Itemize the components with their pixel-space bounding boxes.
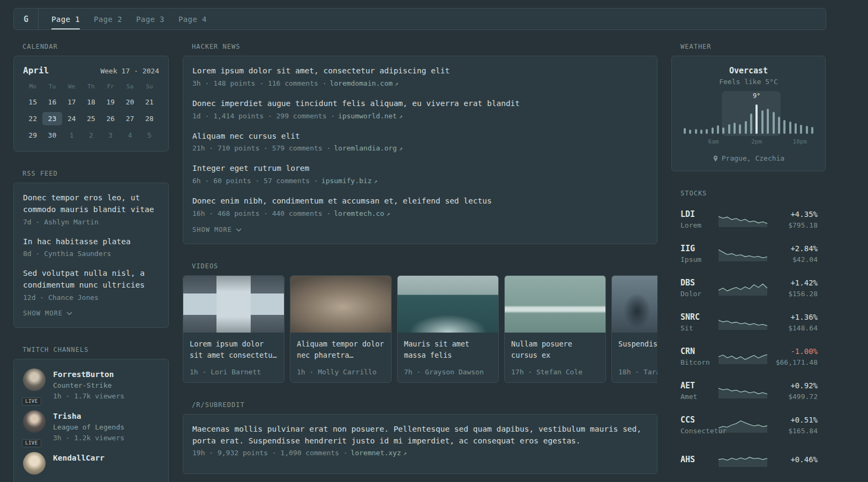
video-meta: 17h · Stefan Cole <box>511 368 599 376</box>
news-item-title[interactable]: Aliquam nec cursus elit <box>192 131 648 142</box>
rss-item[interactable]: In hac habitasse platea 8d · Cynthia Sau… <box>23 236 159 260</box>
calendar-day[interactable]: 24 <box>62 112 81 125</box>
news-item[interactable]: Donec imperdiet augue tincidunt felis al… <box>192 98 648 122</box>
right-column: WEATHER Overcast Feels like 5°C 9° 6am2p… <box>671 43 826 482</box>
video-thumbnail[interactable] <box>183 276 284 333</box>
calendar-grid: Mo Tu We Th Fr Sa Su 15 16 17 18 19 20 2… <box>23 80 159 142</box>
reddit-post-domain-link[interactable]: loremnet.xyz↗ <box>351 449 407 457</box>
stock-change: +0.92% <box>774 380 818 391</box>
news-item-title[interactable]: Lorem ipsum dolor sit amet, consectetur … <box>192 65 648 77</box>
calendar-day[interactable]: 2 <box>81 129 101 142</box>
weather-bar <box>712 127 714 134</box>
news-item[interactable]: Donec enim nibh, condimentum et accumsan… <box>192 195 648 220</box>
calendar-day[interactable]: 27 <box>120 112 139 125</box>
news-item-domain-link[interactable]: loremtech.co↗ <box>334 209 390 217</box>
calendar-day[interactable]: 30 <box>42 129 62 142</box>
stock-row[interactable]: LDILorem +4.35%$795.18 <box>680 202 818 237</box>
show-more-button[interactable]: SHOW MORE <box>192 225 242 235</box>
channel-name[interactable]: Trisha <box>53 410 124 422</box>
twitch-channel[interactable]: LIVE Trisha League of Legends 3h · 1.2k … <box>23 410 159 443</box>
stock-row[interactable]: SNRCSit +1.36%$148.64 <box>680 305 818 340</box>
video-title[interactable]: Mauris sit amet massa felis <box>404 338 492 361</box>
channel-name[interactable]: ForrestBurton <box>53 368 124 380</box>
stock-row[interactable]: CCSConsectetur +0.51%$165.84 <box>680 408 818 442</box>
news-item-title[interactable]: Integer eget rutrum lorem <box>192 163 648 175</box>
video-card[interactable]: Aliquam tempor dolor nec pharetra… 1h · … <box>290 275 392 383</box>
app-logo[interactable]: G <box>14 9 39 29</box>
calendar-day[interactable]: 21 <box>140 95 159 109</box>
video-title[interactable]: Lorem ipsum dolor sit amet consectetu… <box>190 338 278 361</box>
channel-game: League of Legends <box>53 422 124 433</box>
show-more-button[interactable]: SHOW MORE <box>23 308 72 318</box>
weather-bar <box>728 124 730 134</box>
video-thumbnail[interactable] <box>612 276 657 333</box>
calendar-day[interactable]: 19 <box>101 95 120 109</box>
calendar-day[interactable]: 29 <box>23 129 42 142</box>
calendar-day[interactable]: 26 <box>101 112 120 125</box>
calendar-day[interactable]: 20 <box>120 95 139 109</box>
rss-item-title[interactable]: Sed volutpat nulla nisl, a condimentum n… <box>23 268 159 291</box>
calendar-day[interactable]: 3 <box>101 129 120 142</box>
tab-page-4[interactable]: Page 4 <box>178 9 207 29</box>
news-item-domain-link[interactable]: loremdomain.com↗ <box>330 79 398 87</box>
reddit-post[interactable]: Maecenas mollis pulvinar erat non posuer… <box>192 424 648 460</box>
channel-name[interactable]: KendallCarr <box>53 452 104 464</box>
calendar-dow: Th <box>81 80 101 92</box>
tab-page-3[interactable]: Page 3 <box>136 9 164 29</box>
tab-page-1[interactable]: Page 1 <box>51 9 80 29</box>
calendar-day[interactable]: 18 <box>81 95 101 109</box>
rss-item-title[interactable]: In hac habitasse platea <box>23 236 159 248</box>
weather-time-label: 6am <box>708 138 719 145</box>
video-thumbnail[interactable] <box>398 276 498 333</box>
video-title[interactable]: Nullam posuere cursus ex <box>511 338 599 361</box>
news-item-domain-link[interactable]: loremlandia.org↗ <box>334 144 402 152</box>
video-thumbnail[interactable] <box>290 276 391 333</box>
video-card[interactable]: Mauris sit amet massa felis 7h · Grayson… <box>397 275 499 383</box>
news-item[interactable]: Integer eget rutrum lorem 6h · 60 points… <box>192 163 648 187</box>
video-title[interactable]: Suspendisse diam <box>618 338 657 350</box>
video-card[interactable]: Suspendisse diam 18h · Tara <box>611 275 657 383</box>
calendar-day[interactable]: 5 <box>140 129 159 142</box>
rss-item[interactable]: Sed volutpat nulla nisl, a condimentum n… <box>23 268 159 303</box>
weather-time-label: 2pm <box>751 138 762 145</box>
stock-row[interactable]: AHS +0.46% <box>680 442 818 477</box>
calendar-day[interactable]: 16 <box>42 95 62 109</box>
tab-page-2[interactable]: Page 2 <box>94 9 122 29</box>
weather-bar <box>811 127 813 134</box>
calendar-day-selected[interactable]: 23 <box>42 112 62 125</box>
reddit-post-stats: 19h · 9,932 points · 1,090 comments · <box>192 449 348 457</box>
video-thumbnail[interactable] <box>505 276 605 333</box>
stocks-widget-title: STOCKS <box>680 190 826 197</box>
news-item[interactable]: Aliquam nec cursus elit 21h · 710 points… <box>192 131 648 155</box>
video-title[interactable]: Aliquam tempor dolor nec pharetra… <box>297 338 385 361</box>
news-item-title[interactable]: Donec imperdiet augue tincidunt felis al… <box>192 98 648 110</box>
calendar-day[interactable]: 15 <box>23 95 42 109</box>
news-item-title[interactable]: Donec enim nibh, condimentum et accumsan… <box>192 195 648 207</box>
stock-row[interactable]: AETAmet +0.92%$499.72 <box>680 374 818 408</box>
news-item[interactable]: Lorem ipsum dolor sit amet, consectetur … <box>192 65 648 89</box>
video-card[interactable]: Lorem ipsum dolor sit amet consectetu… 1… <box>183 275 285 383</box>
stock-price: $42.04 <box>774 254 818 265</box>
stock-ticker: CCS <box>680 415 717 426</box>
calendar-day[interactable]: 17 <box>62 95 81 109</box>
calendar-widget: CALENDAR April Week 17 · 2024 Mo Tu We T… <box>13 43 169 152</box>
news-item-stats: 1d · 1,414 points · 299 comments · <box>192 112 335 120</box>
stock-row[interactable]: DBSDolor +1.42%$156.28 <box>680 271 818 305</box>
calendar-day[interactable]: 22 <box>23 112 42 125</box>
reddit-post-title[interactable]: Maecenas mollis pulvinar erat non posuer… <box>192 424 648 447</box>
news-item-domain-link[interactable]: ipsumify.biz↗ <box>321 177 378 185</box>
rss-item-title[interactable]: Donec tempor eros leo, ut commodo mauris… <box>23 192 159 216</box>
calendar-day[interactable]: 1 <box>62 129 81 142</box>
news-item-domain-link[interactable]: ipsumworld.net↗ <box>338 112 402 120</box>
weather-widget-title: WEATHER <box>680 43 826 50</box>
calendar-day[interactable]: 28 <box>140 112 159 125</box>
stock-row[interactable]: CRNBitcorn -1.00%$66,171.48 <box>680 340 818 374</box>
calendar-day[interactable]: 25 <box>81 112 101 125</box>
stock-row[interactable]: IIGIpsum +2.84%$42.04 <box>680 237 818 271</box>
twitch-channel[interactable]: KendallCarr <box>23 452 159 475</box>
top-navigation-bar: G Page 1 Page 2 Page 3 Page 4 <box>13 8 826 30</box>
calendar-day[interactable]: 4 <box>120 129 139 142</box>
twitch-channel[interactable]: LIVE ForrestBurton Counter-Strike 1h · 1… <box>23 368 159 402</box>
video-card[interactable]: Nullam posuere cursus ex 17h · Stefan Co… <box>504 275 606 383</box>
rss-item[interactable]: Donec tempor eros leo, ut commodo mauris… <box>23 192 159 228</box>
